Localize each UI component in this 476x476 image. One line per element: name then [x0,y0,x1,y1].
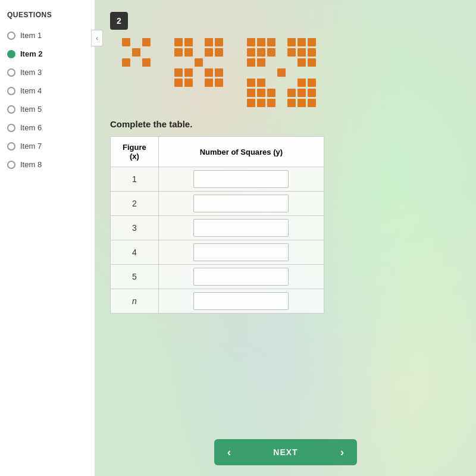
sidebar-item-label: Item 4 [20,86,42,95]
table-container: Figure (x) Number of Squares (y) 12345n [110,136,324,314]
sidebar: QUESTIONS ‹ Item 1Item 2Item 3Item 4Item… [0,0,95,476]
radio-icon [7,68,15,77]
figure-2 [174,38,223,87]
sidebar-item-7[interactable]: Item 7 [0,137,95,155]
radio-icon [7,124,15,132]
squares-input-4[interactable] [193,243,289,261]
squares-input-3[interactable] [193,219,289,237]
sidebar-item-5[interactable]: Item 5 [0,100,95,118]
sidebar-item-1[interactable]: Item 1 [0,26,95,45]
col2-header: Number of Squares (y) [158,137,324,167]
figure-x-value: 2 [111,192,158,216]
figure-x-value: 4 [111,240,158,265]
collapse-sidebar-button[interactable]: ‹ [91,30,103,46]
figure-x-value: 3 [111,216,158,240]
number-of-squares-cell[interactable] [158,265,324,289]
figure-1 [122,38,151,67]
number-of-squares-cell[interactable] [158,240,324,265]
figures-illustration [122,38,461,107]
instruction-text: Complete the table. [110,119,461,129]
sidebar-item-label: Item 7 [20,142,42,151]
question-number-badge: 2 [110,12,128,30]
content-area: 2 [95,0,476,476]
figure-x-value: 1 [111,167,158,192]
squares-input-2[interactable] [193,195,289,212]
figure-x-value: 5 [111,265,158,289]
sidebar-item-label: Item 1 [20,31,42,40]
radio-icon [7,50,15,58]
sidebar-item-label: Item 5 [20,105,42,114]
data-table: Figure (x) Number of Squares (y) 12345n [111,137,324,313]
sidebar-item-3[interactable]: Item 3 [0,63,95,82]
sidebar-item-label: Item 6 [20,123,42,132]
number-of-squares-cell[interactable] [158,192,324,216]
sidebar-item-2[interactable]: Item 2 [0,45,95,63]
bottom-navigation: ‹ NEXT › [95,428,476,476]
radio-icon [7,142,15,151]
number-of-squares-cell[interactable] [158,289,324,314]
number-of-squares-cell[interactable] [158,216,324,240]
sidebar-item-label: Item 2 [20,49,43,58]
sidebar-item-label: Item 3 [20,68,42,77]
table-row: 2 [111,192,324,216]
main-content: 2 [95,0,476,476]
sidebar-item-6[interactable]: Item 6 [0,118,95,137]
squares-input-6[interactable] [193,292,289,310]
squares-input-5[interactable] [193,268,289,286]
radio-icon [7,161,15,169]
next-button[interactable]: › [327,439,357,465]
radio-icon [7,105,15,114]
figure-3 [247,38,316,107]
squares-input-1[interactable] [193,170,289,188]
prev-button[interactable]: ‹ [214,439,244,465]
next-label-button[interactable]: NEXT [244,439,327,465]
radio-icon [7,32,15,40]
table-row: 3 [111,216,324,240]
sidebar-item-label: Item 8 [20,160,42,169]
sidebar-item-4[interactable]: Item 4 [0,82,95,100]
table-row: n [111,289,324,314]
radio-icon [7,87,15,95]
col1-header: Figure (x) [111,137,158,167]
table-row: 5 [111,265,324,289]
table-row: 4 [111,240,324,265]
sidebar-item-8[interactable]: Item 8 [0,155,95,174]
sidebar-title: QUESTIONS [0,6,95,26]
number-of-squares-cell[interactable] [158,167,324,192]
figure-x-value: n [111,289,158,314]
table-row: 1 [111,167,324,192]
